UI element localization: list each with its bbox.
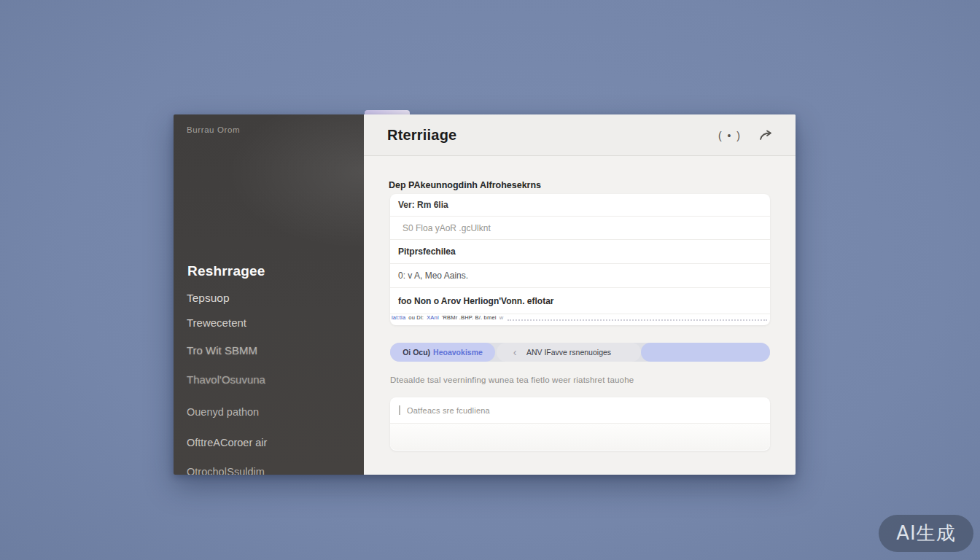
record-icon[interactable]: ( • ) — [718, 130, 742, 141]
segment-left-label: Oi Ocu) — [402, 348, 430, 357]
desktop-background: Burrau Orom Reshrragee Tepsuop Trewecete… — [0, 0, 980, 560]
sidebar-item-ouenyd[interactable]: Ouenyd pathon — [187, 406, 259, 418]
input-empty-row[interactable] — [390, 424, 770, 450]
sidebar-item-otrocho[interactable]: Otrocho|Ssuldim — [187, 466, 265, 475]
content-pane: Rterriiage ( • ) Dep PAkeunnogdinh Alfro… — [364, 114, 796, 475]
sidebar: Burrau Orom Reshrragee Tepsuop Trewecete… — [174, 114, 364, 475]
list-item[interactable]: foo Non o Arov Herliogn'Vonn. eflotar — [390, 288, 770, 314]
sidebar-item-tepsuop[interactable]: Tepsuop — [187, 292, 230, 305]
sidebar-item-tro-wit[interactable]: Tro Wit SBMM — [187, 344, 257, 357]
footnote-faded-text — [508, 317, 767, 321]
segment-left-sublabel: Heoavokisme — [433, 348, 483, 357]
segmented-control: ANV IFavve rsnenuoiges Oi Ocu) Heoavokis… — [390, 343, 770, 362]
header-icons: ( • ) — [718, 114, 774, 156]
description-text: Dteaalde tsal veerninfing wunea tea fiet… — [390, 376, 634, 384]
footnote-text: 'RBMr .BHP. B/. bmei — [442, 314, 497, 321]
segment-middle-label: ANV IFavve rsnenuoiges — [526, 348, 611, 357]
footnote-link[interactable]: lat:tla — [392, 314, 405, 321]
text-input[interactable]: Oatfeacs sre fcudliena — [390, 397, 770, 424]
input-placeholder: Oatfeacs sre fcudliena — [407, 406, 490, 415]
ai-generated-watermark-badge: AI生成 — [879, 515, 973, 552]
settings-list-card: Ver: Rm 6lia S0 Floa yAoR .gcUlknt Pitpr… — [390, 194, 770, 325]
sidebar-item-ofttre[interactable]: OfttreACoroer air — [187, 437, 267, 448]
list-item[interactable]: S0 Floa yAoR .gcUlknt — [390, 217, 770, 240]
chevron-left-icon[interactable]: ‹ — [505, 343, 524, 362]
section-label: Dep PAkeunnogdinh Alfrohesekrns — [389, 180, 541, 190]
footnote-links-line: lat:tla ou Dl: XAnl 'RBMr .BHP. B/. bmei… — [390, 314, 770, 324]
app-window: Burrau Orom Reshrragee Tepsuop Trewecete… — [174, 114, 796, 475]
sidebar-item-thavol[interactable]: Thavol'Osuvuna — [187, 373, 265, 386]
list-item[interactable]: Ver: Rm 6lia — [390, 194, 770, 217]
footnote-text: ou Dl: — [408, 314, 424, 321]
sidebar-section-label: Burrau Orom — [187, 125, 240, 134]
sidebar-item-trewecetent[interactable]: Trewecetent — [187, 316, 246, 329]
input-card: Oatfeacs sre fcudliena — [390, 397, 770, 451]
footnote-text: w — [499, 314, 504, 321]
page-title: Rterriiage — [387, 127, 456, 144]
segment-left-selected[interactable]: Oi Ocu) Heoavokisme — [390, 343, 495, 362]
footnote-link[interactable]: XAnl — [427, 314, 439, 321]
segment-right[interactable] — [641, 343, 770, 362]
content-header: Rterriiage ( • ) — [364, 114, 796, 156]
list-item[interactable]: Pitprsfechilea — [390, 240, 770, 264]
watermark-label: AI生成 — [896, 521, 955, 546]
text-cursor-icon — [399, 405, 400, 415]
sidebar-item-reshrragee[interactable]: Reshrragee — [187, 263, 265, 279]
list-item[interactable]: 0: v A, Meo Aains. — [390, 264, 770, 288]
share-arrow-icon[interactable] — [759, 130, 774, 141]
